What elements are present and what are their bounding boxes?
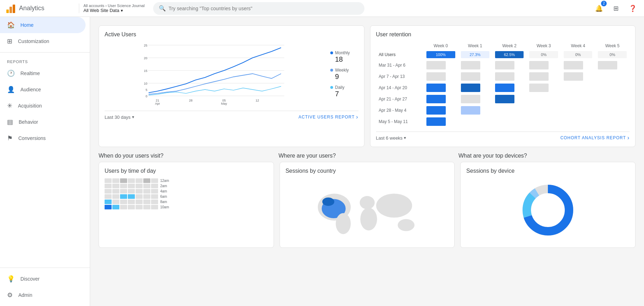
question-3: What are your top devices? <box>458 153 636 159</box>
weekly-label: Weekly <box>335 68 349 73</box>
sidebar-bottom: 💡 Discover ⚙ Admin <box>0 265 90 306</box>
conversions-icon: ⚑ <box>7 134 13 142</box>
retention-period-selector[interactable]: Last 6 weeks ▾ <box>376 135 406 141</box>
svg-point-23 <box>336 213 351 234</box>
svg-rect-1 <box>10 7 12 13</box>
period-selector[interactable]: Last 30 days ▾ <box>105 115 134 120</box>
period-label: Last 30 days <box>105 115 131 120</box>
sidebar-divider-1 <box>0 52 90 53</box>
discover-icon: 💡 <box>7 275 15 283</box>
weekly-value: 9 <box>330 73 358 81</box>
question-1: When do your users visit? <box>99 153 276 159</box>
reports-section-label: REPORTS <box>0 55 90 65</box>
svg-text:20: 20 <box>144 56 147 60</box>
chevron-right-icon: › <box>356 114 358 120</box>
customization-label: Customization <box>18 38 49 44</box>
svg-point-29 <box>532 195 563 226</box>
sidebar-item-home[interactable]: 🏠 Home <box>0 17 86 33</box>
breadcrumb: All accounts › User Science Journal <box>83 4 145 8</box>
active-users-svg: 25 20 15 10 5 0 21 Apr <box>105 42 325 105</box>
chart-area: 25 20 15 10 5 0 21 Apr <box>105 42 358 106</box>
donut-svg <box>520 182 576 238</box>
sidebar-item-realtime[interactable]: 🕐 Realtime <box>0 65 86 81</box>
grid-icon: ⊞ <box>613 5 619 12</box>
bottom-cards: Users by time of day <box>99 162 636 248</box>
sidebar-item-behavior[interactable]: ▤ Behavior <box>0 114 86 130</box>
heatmap-row-12am: 12am <box>105 178 268 183</box>
world-map-svg <box>286 180 449 240</box>
customization-icon: ⊞ <box>7 37 12 45</box>
report-link-label: ACTIVE USERS REPORT <box>299 115 355 120</box>
question-2: Where are your users? <box>279 153 456 159</box>
active-users-title: Active Users <box>105 31 358 38</box>
account-selector[interactable]: All Web Site Data ▾ <box>83 8 145 13</box>
analytics-logo-icon <box>6 3 16 14</box>
help-button[interactable]: ❓ <box>627 3 638 14</box>
cohort-link-label: COHORT ANALYSIS REPORT <box>560 135 626 140</box>
app-title: Analytics <box>19 5 44 12</box>
time-of-day-card: Users by time of day <box>99 162 274 248</box>
time-label-4am: 4am <box>159 189 167 193</box>
week0-header: Week 0 <box>424 42 458 50</box>
legend-weekly: Weekly 9 <box>330 68 358 81</box>
header: Analytics All accounts › User Science Jo… <box>0 0 644 17</box>
help-icon: ❓ <box>629 5 637 12</box>
retention-row-apr28: Apr 28 - May 4 <box>376 105 630 116</box>
time-label-8am: 8am <box>159 200 167 204</box>
svg-point-24 <box>359 196 375 209</box>
main-content: Active Users 25 20 15 10 <box>90 17 644 306</box>
heatmap-row-10am: 10am <box>105 205 268 209</box>
cohort-analysis-link[interactable]: COHORT ANALYSIS REPORT › <box>560 135 630 141</box>
sidebar-divider-2 <box>0 268 90 268</box>
cohort-chevron-right-icon: › <box>627 135 630 141</box>
svg-point-25 <box>360 208 377 231</box>
sidebar-item-discover[interactable]: 💡 Discover <box>0 271 86 287</box>
search-bar[interactable]: 🔍 <box>153 2 364 15</box>
chart-legend: Monthly 18 Weekly 9 Da <box>330 42 358 106</box>
apps-grid-button[interactable]: ⊞ <box>610 3 621 14</box>
legend-monthly: Monthly 18 <box>330 50 358 63</box>
question-1-label: When do your users visit? <box>99 153 163 159</box>
daily-dot <box>330 86 333 89</box>
sidebar-item-conversions[interactable]: ⚑ Conversions <box>0 130 86 146</box>
question-2-label: Where are your users? <box>279 153 336 159</box>
svg-text:0: 0 <box>145 94 147 98</box>
acquisition-icon: ✳ <box>7 102 12 110</box>
retention-table: Week 0 Week 1 Week 2 Week 3 Week 4 Week … <box>376 42 630 127</box>
svg-text:15: 15 <box>144 69 147 73</box>
world-map <box>286 178 449 242</box>
time-label-10am: 10am <box>159 205 169 209</box>
notifications-button[interactable]: 🔔 2 <box>593 3 605 14</box>
question-3-label: What are your top devices? <box>458 153 527 159</box>
monthly-value: 18 <box>330 55 358 63</box>
sidebar-item-customization[interactable]: ⊞ Customization <box>0 33 86 49</box>
svg-rect-0 <box>6 10 9 13</box>
retention-row-apr14: Apr 14 - Apr 20 <box>376 82 630 93</box>
svg-text:25: 25 <box>144 44 147 47</box>
time-label-12am: 12am <box>159 179 169 183</box>
monthly-dot <box>330 51 333 54</box>
sidebar: 🏠 Home ⊞ Customization REPORTS 🕐 Realtim… <box>0 17 90 306</box>
top-row: Active Users 25 20 15 10 <box>99 25 636 147</box>
admin-icon: ⚙ <box>7 291 13 299</box>
svg-text:May: May <box>221 102 227 105</box>
heatmap-row-6am: 6am <box>105 194 268 199</box>
active-users-chart: 25 20 15 10 5 0 21 Apr <box>105 42 325 106</box>
time-of-day-title: Users by time of day <box>105 168 268 174</box>
realtime-label: Realtime <box>20 71 40 76</box>
active-users-footer: Last 30 days ▾ ACTIVE USERS REPORT › <box>105 111 358 120</box>
week5-header: Week 5 <box>595 42 630 50</box>
svg-point-22 <box>322 197 334 206</box>
header-logo: Analytics <box>6 3 76 14</box>
behavior-icon: ▤ <box>7 118 13 126</box>
search-input[interactable] <box>169 6 359 11</box>
svg-text:Apr: Apr <box>155 102 160 105</box>
sidebar-item-audience[interactable]: 👤 Audience <box>0 81 86 98</box>
active-users-report-link[interactable]: ACTIVE USERS REPORT › <box>299 114 358 120</box>
sidebar-item-acquisition[interactable]: ✳ Acquisition <box>0 98 86 114</box>
sidebar-item-admin[interactable]: ⚙ Admin <box>0 287 86 303</box>
svg-point-26 <box>376 194 412 218</box>
week4-header: Week 4 <box>561 42 595 50</box>
donut-chart <box>466 178 630 242</box>
svg-point-27 <box>398 219 414 231</box>
